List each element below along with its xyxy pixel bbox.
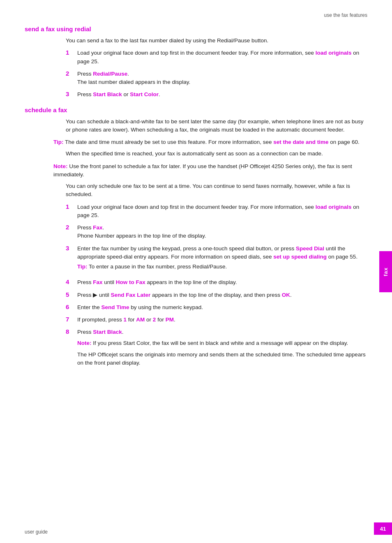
tip-text-2: To enter a pause in the fax number, pres… bbox=[89, 263, 227, 270]
s2-step2-link1: Fax bbox=[93, 224, 102, 231]
section2-step6: 6 Enter the Send Time by using the numer… bbox=[25, 303, 367, 312]
step2-link1: Redial/Pause bbox=[93, 71, 127, 77]
step2-content: Press Redial/Pause. The last number dial… bbox=[77, 70, 367, 87]
content: send a fax using redial You can send a f… bbox=[0, 25, 392, 367]
s2-step5-num: 5 bbox=[66, 291, 77, 298]
section2-step4: 4 Press Fax until How to Fax appears in … bbox=[25, 278, 367, 287]
side-tab: fax bbox=[379, 251, 392, 292]
section2-intro-text: You can schedule a black-and-white fax t… bbox=[66, 118, 367, 134]
header-text: use the fax features bbox=[324, 12, 367, 18]
step2-num: 2 bbox=[66, 70, 77, 77]
section2-para1-text: When the specified time is reached, your… bbox=[66, 150, 323, 157]
section1-title: send a fax using redial bbox=[25, 25, 367, 32]
section2-title: schedule a fax bbox=[25, 106, 367, 113]
tip-label-2: Tip: bbox=[77, 263, 88, 270]
s2-step5-link1: Send Fax Later bbox=[111, 292, 151, 298]
step3-link1: Start Black bbox=[93, 91, 122, 97]
tip-text-after-1: on page 60. bbox=[329, 139, 360, 145]
s2-step4-link2: How to Fax bbox=[116, 279, 145, 285]
section2-step8: 8 Press Start Black. Note: If you press … bbox=[25, 328, 367, 367]
s2-step7-link1: 1 bbox=[124, 317, 127, 323]
s2-step1-link1: load originals bbox=[316, 204, 352, 210]
s2-step6-link1: Send Time bbox=[101, 304, 129, 310]
step3-content: Press Start Black or Start Color. bbox=[77, 90, 367, 99]
note-text-2: If you press Start Color, the fax will b… bbox=[93, 340, 348, 346]
section2-step7: 7 If prompted, press 1 for AM or 2 for P… bbox=[25, 316, 367, 324]
tip-link-1: set the date and time bbox=[273, 139, 328, 145]
s2-step3-link2: set up speed dialing bbox=[273, 254, 327, 260]
step1-num: 1 bbox=[66, 49, 77, 56]
section1-step1: 1 Load your original face down and top f… bbox=[25, 49, 367, 66]
s2-step3-num: 3 bbox=[66, 245, 77, 252]
s2-step5-link2: OK bbox=[282, 292, 290, 298]
section-send-redial: send a fax using redial You can send a f… bbox=[25, 25, 367, 99]
footer-left: user guide bbox=[25, 529, 48, 535]
s2-step1-num: 1 bbox=[66, 203, 77, 210]
s2-step1-content: Load your original face down and top fir… bbox=[77, 203, 367, 220]
s2-step7-content: If prompted, press 1 for AM or 2 for PM. bbox=[77, 316, 367, 324]
s2-step8-num: 8 bbox=[66, 328, 77, 335]
s2-step5-content: Press ▶ until Send Fax Later appears in … bbox=[77, 291, 367, 299]
tip-text-1: The date and time must already be set to… bbox=[65, 139, 273, 145]
step3-num: 3 bbox=[66, 90, 77, 97]
section2-para2: You can only schedule one fax to be sent… bbox=[25, 182, 367, 199]
footer-right: 41 bbox=[374, 522, 392, 535]
note-text-1: Use the front panel to schedule a fax fo… bbox=[53, 163, 352, 178]
step1-link1: load originals bbox=[316, 50, 352, 56]
section2-intro: You can schedule a black-and-white fax t… bbox=[25, 118, 367, 134]
section2-steps: 1 Load your original face down and top f… bbox=[25, 203, 367, 367]
note-box-2: Note: If you press Start Color, the fax … bbox=[77, 339, 367, 347]
section1-step3: 3 Press Start Black or Start Color. bbox=[25, 90, 367, 99]
section2-step3: 3 Enter the fax number by using the keyp… bbox=[25, 245, 367, 275]
section2-para2-text: You can only schedule one fax to be sent… bbox=[66, 183, 350, 197]
section2-step5: 5 Press ▶ until Send Fax Later appears i… bbox=[25, 291, 367, 299]
tip-label-1: Tip: bbox=[53, 139, 64, 145]
side-tab-label: fax bbox=[383, 267, 389, 276]
tip-box-1: Tip: The date and time must already be s… bbox=[49, 138, 367, 146]
s2-step4-content: Press Fax until How to Fax appears in th… bbox=[77, 278, 367, 287]
tip-box-2: Tip: To enter a pause in the fax number,… bbox=[77, 263, 367, 271]
s2-step7-link2: AM bbox=[136, 317, 145, 323]
s2-step6-content: Enter the Send Time by using the numeric… bbox=[77, 303, 367, 312]
note-box-1: Note: Use the front panel to schedule a … bbox=[49, 162, 367, 179]
s2-step8-content: Press Start Black. Note: If you press St… bbox=[77, 328, 367, 367]
note-label-2: Note: bbox=[77, 340, 92, 346]
section2-step1: 1 Load your original face down and top f… bbox=[25, 203, 367, 220]
s2-step3-content: Enter the fax number by using the keypad… bbox=[77, 245, 367, 275]
section2-para1: When the specified time is reached, your… bbox=[25, 150, 367, 158]
section1-steps: 1 Load your original face down and top f… bbox=[25, 49, 367, 99]
s2-step4-num: 4 bbox=[66, 278, 77, 285]
page-number: 41 bbox=[380, 526, 386, 532]
section-schedule-fax: schedule a fax You can schedule a black-… bbox=[25, 106, 367, 367]
section1-intro-text: You can send a fax to the last fax numbe… bbox=[66, 37, 367, 45]
s2-step7-num: 7 bbox=[66, 316, 77, 323]
s2-step6-num: 6 bbox=[66, 303, 77, 310]
s2-step2-content: Press Fax. Phone Number appears in the t… bbox=[77, 224, 367, 240]
s2-step7-link3: 2 bbox=[153, 317, 156, 323]
s2-step2-num: 2 bbox=[66, 224, 77, 231]
section2-step2: 2 Press Fax. Phone Number appears in the… bbox=[25, 224, 367, 240]
page: use the fax features send a fax using re… bbox=[0, 0, 392, 543]
footer: user guide 41 bbox=[0, 522, 392, 535]
section1-step2: 2 Press Redial/Pause. The last number di… bbox=[25, 70, 367, 87]
s2-step7-link4: PM bbox=[166, 317, 174, 323]
step1-content: Load your original face down and top fir… bbox=[77, 49, 367, 66]
step8-sub: The HP Officejet scans the originals int… bbox=[77, 351, 367, 367]
header-bar: use the fax features bbox=[0, 12, 392, 18]
section1-intro: You can send a fax to the last fax numbe… bbox=[25, 37, 367, 45]
s2-step3-link1: Speed Dial bbox=[296, 245, 324, 252]
step3-link2: Start Color bbox=[130, 91, 159, 97]
note-label-1: Note: bbox=[53, 163, 68, 169]
s2-step4-link1: Fax bbox=[93, 279, 102, 285]
s2-step8-link1: Start Black bbox=[93, 329, 122, 335]
